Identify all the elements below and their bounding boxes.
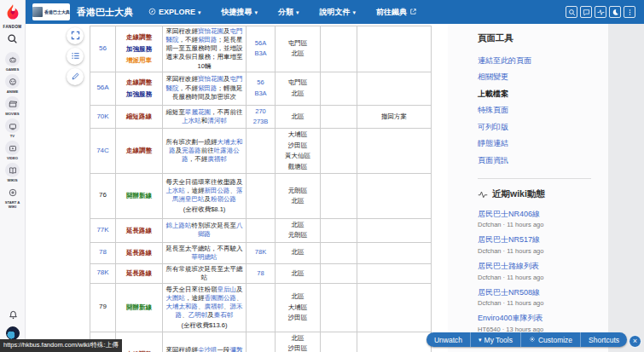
route-link[interactable]: 56A — [96, 84, 108, 91]
nav-menu-explore[interactable]: EXPLORE▾ — [148, 8, 201, 17]
wiki-link[interactable]: 上水站 — [166, 187, 186, 194]
nav-icon-buttons — [566, 6, 635, 18]
route-link[interactable]: 77K — [96, 226, 108, 234]
activity-page-link[interactable]: 居民巴士NR406線 — [478, 210, 591, 220]
page-tool-link[interactable]: 連結至此的頁面 — [478, 55, 591, 67]
search-button[interactable] — [566, 6, 577, 18]
wiki-link[interactable]: 紫田路 — [198, 84, 218, 92]
page-tool-link[interactable]: 可列印版 — [478, 122, 591, 134]
sidebar-item-anime[interactable]: ANIME — [0, 74, 26, 94]
nav-menu-help-docs[interactable]: 說明文件▾ — [320, 7, 357, 18]
activity-button[interactable] — [595, 6, 606, 18]
wiki-link[interactable]: 新田公路 — [205, 187, 230, 194]
sidebar-item-games[interactable]: GAMES — [0, 52, 26, 72]
description-cell: 所有常規班次延長至太平總站 — [163, 263, 247, 283]
table-row: 79P走線調整來回程繞經尖沙咀一段彌敦道、梳士巴利道及廣東道北區沙田區深水埗區油… — [90, 332, 432, 352]
toc-button[interactable] — [67, 48, 84, 65]
user-avatar[interactable] — [6, 326, 20, 340]
fandom-global-nav: FANDOM GAMESANIMEMOVIESTVVIDEOWIKISSTART… — [0, 0, 26, 352]
wiki-link[interactable]: 大圍站 — [166, 294, 186, 302]
nav-menu-quick-search[interactable]: 快捷搜尋▾ — [222, 7, 258, 18]
activity-page-link[interactable]: Enviro400車隊列表 — [478, 314, 591, 324]
sidebar-item-label: TV — [2, 134, 24, 138]
change-type-label: 開辦新線 — [119, 302, 160, 314]
notifications-bell-icon[interactable] — [9, 308, 18, 323]
route-link[interactable]: 70K — [96, 113, 108, 120]
note-cell — [357, 332, 432, 352]
shortcuts-button[interactable]: Shortcuts — [581, 332, 627, 347]
global-search-icon[interactable] — [7, 32, 18, 48]
description-text: 及 — [207, 311, 214, 319]
customize-button[interactable]: Customize — [521, 332, 581, 347]
wiki-link[interactable]: 廣福邨 — [207, 155, 227, 163]
activity-page-link[interactable]: 居民巴士NR508線 — [478, 288, 591, 298]
unwatch-button[interactable]: Unwatch — [426, 332, 471, 347]
activity-page-link[interactable]: 居民巴士NR517線 — [478, 235, 591, 245]
related-route-link[interactable]: 273B — [249, 117, 272, 127]
related-route-link[interactable]: B3A — [249, 89, 272, 99]
change-type-cell: 開辦新線 — [116, 283, 163, 332]
wiki-link[interactable]: 乙明邨 — [189, 311, 208, 319]
wiki-link[interactable]: 皇后山 — [218, 286, 237, 293]
related-route-link[interactable]: B3A — [249, 49, 272, 59]
sidebar-item-video[interactable]: VIDEO — [0, 141, 26, 160]
edit-button[interactable] — [67, 68, 84, 85]
sidebar-item-movies[interactable]: MOVIES — [0, 96, 26, 116]
expand-button[interactable] — [67, 27, 84, 44]
route-link[interactable]: 56 — [99, 44, 107, 52]
change-type-label: 增派用車 — [119, 55, 160, 66]
more-button[interactable] — [624, 6, 635, 18]
nav-menu-categories[interactable]: 分類▾ — [278, 7, 299, 18]
wiki-link[interactable]: 粉嶺公路 — [211, 195, 236, 203]
wiki-link[interactable]: 廣福邨 — [205, 303, 224, 310]
wiki-link[interactable]: 翠麗花園 — [185, 108, 211, 116]
activity-page-link[interactable]: 居民巴士路線列表 — [478, 262, 591, 272]
related-route-link[interactable]: 56A — [249, 38, 272, 49]
route-link[interactable]: 74C — [96, 147, 109, 154]
wiki-link[interactable]: 紫田路 — [198, 36, 218, 43]
wiki-logo[interactable]: 香港巴士大典 — [32, 3, 70, 20]
district-text: 元朗區 — [278, 186, 317, 196]
related-route-link[interactable]: 78 — [249, 268, 272, 279]
wiki-link[interactable]: 秦石邨 — [214, 311, 234, 319]
page-tool-link[interactable]: 相關變更 — [478, 72, 591, 84]
wiki-link[interactable]: 寶怡花園 — [198, 75, 223, 83]
wiki-link[interactable]: 完善路 — [182, 147, 201, 154]
related-route-link[interactable]: 78K — [249, 247, 272, 257]
related-route-link[interactable]: 270 — [249, 107, 272, 117]
wiki-link[interactable]: 大埔太和路 — [166, 303, 199, 310]
district-text: 北區 — [278, 268, 317, 279]
wiki-link[interactable]: 尖沙咀 — [198, 346, 218, 352]
description-text: 每天全日循環來往攸壆路及 — [166, 178, 243, 186]
wiki-link[interactable]: 清河邨 — [207, 117, 227, 124]
related-route-link[interactable]: 56 — [249, 78, 272, 88]
route-link[interactable]: 78 — [99, 248, 107, 256]
chat-button[interactable] — [580, 6, 592, 18]
wiki-link[interactable]: 華明總站 — [192, 253, 218, 261]
fandom-flame-icon[interactable] — [4, 3, 21, 24]
wiki-link[interactable]: 寶怡花園 — [198, 27, 223, 35]
sidebar-item-start-a-wiki[interactable]: START A WIKI — [0, 185, 26, 209]
sidebar-item-label: START A WIKI — [2, 200, 24, 209]
page-tool-link[interactable]: 特殊頁面 — [478, 105, 591, 117]
wiki-link[interactable]: 錦上路站 — [166, 222, 192, 229]
screen: FANDOM GAMESANIMEMOVIESTVVIDEOWIKISSTART… — [0, 0, 644, 352]
dark-mode-button[interactable] — [609, 6, 621, 18]
wiki-title[interactable]: 香港巴士大典 — [77, 6, 133, 19]
page-tool-link[interactable]: 頁面資訊 — [478, 155, 591, 167]
toolbar-close-button[interactable]: × — [629, 335, 641, 348]
activity-byline: Dcfchan · 11 hours ago — [478, 247, 591, 255]
my-tools-button[interactable]: ▾My Tools — [471, 332, 521, 347]
wiki-link[interactable]: 香園圍公路 — [205, 294, 237, 302]
description-text: ，不經 — [179, 36, 199, 43]
nav-menu-goto-rail-wiki[interactable]: 前往鐵典 — [376, 7, 417, 18]
route-link[interactable]: 78K — [96, 268, 108, 276]
nav-menu-label: 說明文件 — [320, 7, 351, 18]
change-type-cell: 縮短路線 — [116, 105, 163, 129]
page-tool-link[interactable]: 靜態連結 — [478, 138, 591, 150]
sidebar-item-wikis[interactable]: WIKIS — [0, 163, 26, 182]
right-rail: 頁面工具 連結至此的頁面相關變更上載檔案特殊頁面可列印版靜態連結頁面資訊 近期w… — [448, 24, 608, 352]
gear-icon — [529, 336, 536, 344]
sidebar-item-tv[interactable]: TV — [0, 118, 26, 138]
wiki-link[interactable]: 上水站 — [182, 117, 201, 124]
